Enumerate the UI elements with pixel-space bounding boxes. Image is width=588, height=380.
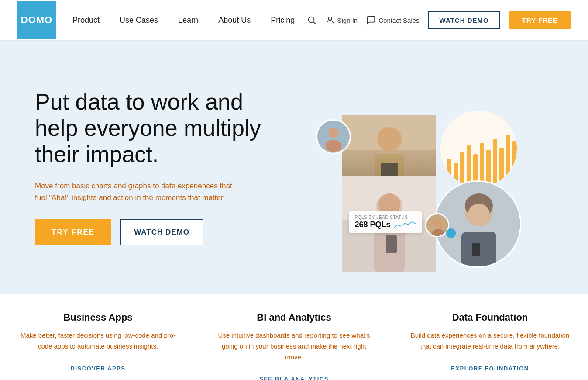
chart-bar (440, 167, 445, 183)
main-nav: Product Use Cases Learn About Us Pricing (65, 0, 303, 41)
chart-bar (499, 148, 504, 183)
chart-bar (460, 152, 464, 183)
card-bi-analytics: BI and Analytics Use intuitive dashboard… (196, 294, 392, 380)
card-business-apps: Business Apps Make better, faster decisi… (0, 294, 196, 380)
see-bi-analytics-link[interactable]: SEE BI & ANALYTICS (259, 376, 329, 380)
contact-sales-label: Contact Sales (378, 17, 419, 24)
try-free-button-hero[interactable]: TRY FREE (35, 219, 111, 245)
card-desc-business-apps: Make better, faster decisions using low-… (18, 330, 178, 352)
hero-left: Put data to work and help everyone multi… (35, 89, 279, 245)
watch-demo-button-hero[interactable]: WATCH DEMO (120, 219, 203, 245)
hero-subtitle: Move from basic charts and graphs to dat… (35, 180, 236, 204)
hero-right: PQLS BY LEAD STATUS 268 PQLs (279, 58, 553, 276)
small-avatar-bottom (425, 213, 449, 237)
discover-apps-link[interactable]: DISCOVER APPS (71, 365, 126, 373)
watch-demo-button-header[interactable]: WATCH DEMO (428, 11, 500, 29)
chart-bar (506, 135, 510, 183)
svg-rect-26 (472, 243, 480, 256)
chart-bar (473, 154, 478, 183)
hero-section: Put data to work and help everyone multi… (0, 41, 588, 294)
hero-collage: PQLS BY LEAD STATUS 268 PQLs (307, 62, 526, 272)
account-icon (325, 15, 335, 25)
sign-in-label: Sign In (337, 17, 358, 24)
chart-bars (440, 130, 517, 183)
svg-rect-17 (386, 235, 397, 253)
chart-bar (512, 141, 517, 183)
card-title-bi-analytics: BI and Analytics (214, 312, 374, 323)
hero-buttons: TRY FREE WATCH DEMO (35, 219, 279, 245)
svg-point-5 (325, 140, 341, 152)
card-desc-bi-analytics: Use intuitive dashboards and reporting t… (214, 330, 374, 363)
avatar-top-left (316, 119, 351, 154)
card-title-data-foundation: Data Foundation (410, 312, 570, 323)
svg-point-19 (434, 219, 443, 228)
card-data-foundation: Data Foundation Build data experiences o… (392, 294, 588, 380)
chart-bar (493, 139, 497, 183)
chart-bar (447, 159, 451, 183)
mini-chart-icon (394, 220, 416, 229)
teal-dot-indicator (446, 228, 456, 238)
header: DOMO Product Use Cases Learn About Us Pr… (0, 0, 588, 41)
card-title-business-apps: Business Apps (18, 312, 178, 323)
logo-text: DOMO (21, 14, 52, 26)
svg-point-25 (468, 204, 490, 225)
logo[interactable]: DOMO (17, 1, 56, 39)
svg-line-1 (313, 22, 316, 24)
nav-product[interactable]: Product (65, 0, 107, 41)
sign-in-link[interactable]: Sign In (325, 15, 358, 25)
svg-point-8 (377, 127, 402, 151)
chart-bar (467, 145, 471, 183)
chat-icon (366, 15, 376, 25)
svg-point-2 (328, 17, 331, 20)
contact-sales-link[interactable]: Contact Sales (366, 15, 419, 25)
nav-pricing[interactable]: Pricing (263, 0, 303, 41)
stats-label: PQLS BY LEAD STATUS (355, 215, 416, 220)
stats-overlay: PQLS BY LEAD STATUS 268 PQLs (349, 211, 422, 233)
stats-value: 268 PQLs (355, 220, 391, 229)
try-free-button-header[interactable]: TRY FREE (509, 11, 571, 29)
explore-foundation-link[interactable]: EXPLORE FOUNDATION (451, 365, 529, 373)
chart-bar (480, 143, 484, 183)
small-avatar-icon (426, 214, 449, 237)
search-icon (307, 15, 316, 25)
cards-section: Business Apps Make better, faster decisi… (0, 294, 588, 380)
hero-title: Put data to work and help everyone multi… (35, 89, 279, 167)
chart-bar (486, 150, 491, 183)
avatar-icon (318, 121, 349, 152)
nav-about-us[interactable]: About Us (210, 0, 258, 41)
chart-bar (454, 163, 458, 183)
svg-point-0 (308, 17, 314, 23)
nav-learn[interactable]: Learn (170, 0, 206, 41)
card-desc-data-foundation: Build data experiences on a secure, flex… (410, 330, 570, 352)
header-right: Sign In Contact Sales WATCH DEMO TRY FRE… (307, 11, 571, 29)
chart-circle (440, 111, 517, 187)
nav-use-cases[interactable]: Use Cases (112, 0, 166, 41)
search-link[interactable] (307, 15, 316, 25)
svg-point-4 (328, 128, 338, 138)
